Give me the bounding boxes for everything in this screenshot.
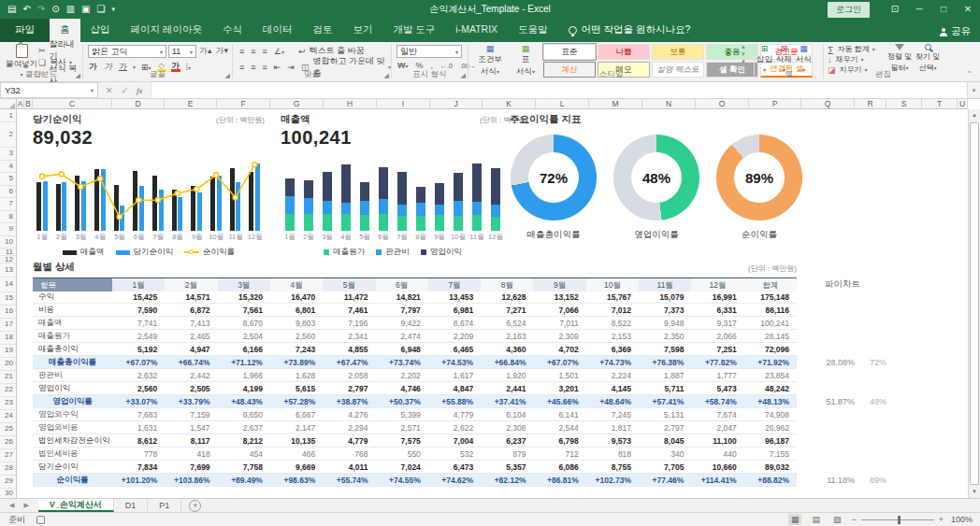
cell[interactable]: 8,755: [586, 462, 639, 472]
cell[interactable]: 8,674: [428, 319, 481, 328]
cell[interactable]: 96,187: [744, 436, 797, 446]
cell[interactable]: 13,152: [533, 292, 585, 302]
cell[interactable]: +66.84%: [481, 358, 533, 367]
cell[interactable]: 2,544: [533, 423, 585, 433]
cell[interactable]: 2,504: [218, 332, 270, 341]
cell[interactable]: 2,797: [639, 423, 691, 433]
cell[interactable]: +67.07%: [112, 358, 165, 367]
row-label[interactable]: 비용: [33, 305, 112, 316]
cell[interactable]: 5,357: [481, 462, 533, 472]
cell[interactable]: 6,473: [428, 462, 481, 472]
row-header-19[interactable]: 19: [0, 345, 16, 358]
insert-function-icon[interactable]: fx: [137, 86, 143, 95]
cell[interactable]: 13,453: [428, 292, 481, 302]
cell[interactable]: 7,741: [112, 319, 165, 328]
enter-icon[interactable]: ✓: [122, 86, 129, 95]
cell[interactable]: 8,522: [586, 319, 639, 328]
vertical-scrollbar[interactable]: ▲ ▼: [968, 109, 980, 498]
print-preview-icon[interactable]: ▥: [66, 0, 75, 19]
row-header-21[interactable]: 21: [0, 371, 16, 384]
cell[interactable]: 7,245: [586, 410, 639, 419]
alignment-dialog-launcher[interactable]: ◢: [384, 72, 389, 79]
cell[interactable]: +71.92%: [744, 358, 797, 367]
cell[interactable]: 768: [323, 449, 375, 459]
cell[interactable]: 1,617: [428, 371, 481, 380]
header-cell-4월[interactable]: 4월: [270, 278, 323, 291]
row-label[interactable]: 영업외비용: [33, 422, 112, 434]
donut-영업이익률[interactable]: 48%: [613, 135, 699, 220]
row-label[interactable]: 법인세비용: [33, 448, 112, 460]
column-header-M[interactable]: M: [589, 99, 642, 109]
cell[interactable]: +101.20%: [112, 476, 165, 485]
cell[interactable]: 2,632: [112, 371, 165, 380]
row-header-8[interactable]: 8: [0, 211, 16, 224]
cell[interactable]: 7,797: [376, 306, 428, 315]
cell[interactable]: 7,159: [165, 410, 217, 419]
font-dialog-launcher[interactable]: ◢: [225, 72, 230, 79]
cell[interactable]: 175,148: [744, 292, 797, 302]
cell[interactable]: 5,473: [691, 384, 743, 393]
cell[interactable]: +103.86%: [165, 476, 217, 485]
revenue-chart[interactable]: 매출액 (단위 : 백만원) 100,241 1월2월3월4월5월6월7월8월9…: [281, 113, 528, 259]
column-header-H[interactable]: H: [324, 99, 377, 109]
cell[interactable]: 28,145: [744, 332, 797, 341]
row-label[interactable]: 영업외수익: [33, 409, 112, 420]
cell[interactable]: 2,058: [323, 371, 375, 380]
normal-view-icon[interactable]: ▦: [788, 514, 802, 525]
number-dialog-launcher[interactable]: ◢: [461, 72, 466, 79]
cell[interactable]: 6,872: [165, 306, 217, 315]
cell[interactable]: 7,012: [586, 306, 639, 315]
cell[interactable]: 340: [639, 449, 691, 459]
cell[interactable]: 9,669: [270, 462, 323, 472]
row-label[interactable]: 수익: [33, 291, 112, 303]
donut-순이익률[interactable]: 89%: [716, 135, 802, 220]
cell[interactable]: +98.63%: [270, 476, 323, 485]
cell[interactable]: 7,271: [481, 306, 533, 315]
row-label[interactable]: 법인세차감전순이익: [33, 435, 112, 447]
row-header-16[interactable]: 16: [0, 306, 16, 319]
header-cell-3월[interactable]: 3월: [218, 278, 270, 291]
cell[interactable]: 11,100: [691, 436, 743, 446]
column-header-E[interactable]: E: [165, 99, 217, 109]
cell[interactable]: +114.41%: [691, 476, 743, 485]
save-icon[interactable]: ▤: [7, 0, 16, 19]
cell[interactable]: 86,116: [744, 306, 797, 315]
column-header-D[interactable]: D: [112, 99, 165, 109]
collapse-ribbon-icon[interactable]: ⌃: [966, 70, 973, 78]
align-middle-icon[interactable]: ≡: [250, 47, 256, 56]
cell[interactable]: 4,746: [376, 384, 428, 393]
cell[interactable]: 2,350: [639, 332, 691, 341]
tab-데이터[interactable]: 데이터: [252, 19, 303, 42]
page-break-view-icon[interactable]: ▨: [830, 514, 844, 525]
net-income-chart[interactable]: 당기순이익 (단위 : 백만원) 89,032 1월2월3월4월5월6월7월8월…: [33, 113, 265, 259]
orientation-button[interactable]: ∠▾: [273, 47, 285, 56]
row-label[interactable]: 영업이익률: [33, 396, 112, 407]
cell[interactable]: 4,011: [323, 462, 375, 472]
cell[interactable]: 6,369: [586, 345, 639, 354]
gallery-scroll-down-icon[interactable]: ▼: [741, 51, 746, 57]
cell[interactable]: 48,242: [744, 384, 797, 393]
column-header-O[interactable]: O: [696, 99, 749, 109]
cell[interactable]: 8,212: [218, 436, 270, 446]
row-header-10[interactable]: 10: [0, 236, 16, 249]
cell[interactable]: 7,598: [639, 345, 691, 354]
cell[interactable]: 6,141: [533, 410, 585, 419]
cell[interactable]: 2,294: [323, 423, 375, 433]
cell[interactable]: +58.74%: [691, 397, 743, 406]
cell[interactable]: 6,798: [533, 436, 585, 446]
cell[interactable]: +73.89%: [270, 358, 323, 367]
scroll-down-icon[interactable]: ▼: [969, 486, 980, 498]
shrink-font-button[interactable]: 가▾: [215, 45, 230, 58]
row-label[interactable]: 매출총이익: [33, 344, 112, 355]
cell[interactable]: +71.12%: [218, 358, 270, 367]
cell[interactable]: 2,797: [323, 384, 375, 393]
increase-decimal-button[interactable]: ←.0: [440, 63, 454, 69]
scroll-up-icon[interactable]: ▲: [969, 109, 980, 121]
cell[interactable]: 9,803: [270, 319, 323, 328]
cell[interactable]: 4,779: [323, 436, 375, 446]
new-sheet-button[interactable]: +: [189, 500, 201, 512]
cell[interactable]: 6,465: [428, 345, 481, 354]
cell[interactable]: 8,117: [165, 436, 217, 446]
column-header-T[interactable]: T: [922, 99, 958, 109]
copy-cells-icon[interactable]: ❏: [97, 0, 106, 19]
